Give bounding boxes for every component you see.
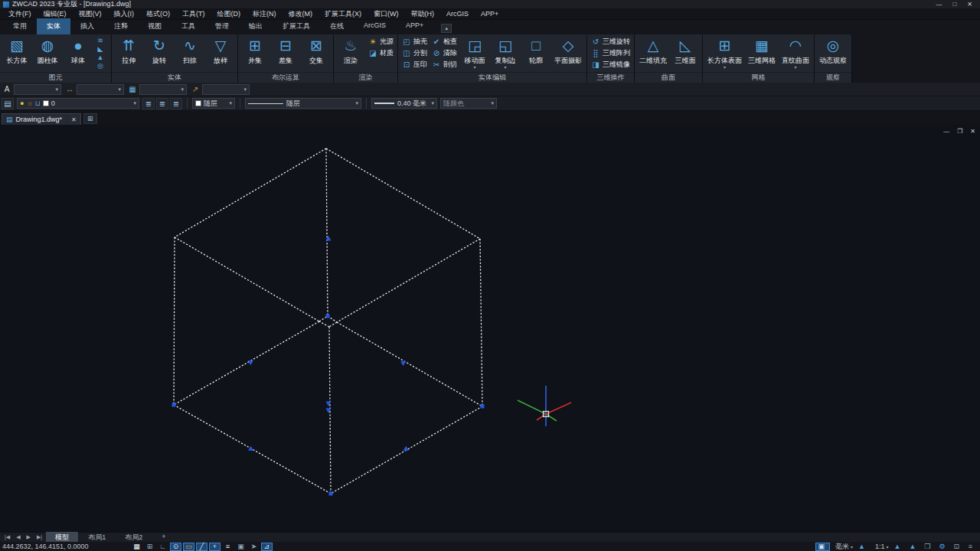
polar-toggle[interactable]: ⊙ [170, 543, 181, 551]
window-restore-button[interactable]: □ [952, 1, 956, 8]
imprint-button[interactable]: ⊡ 压印 [400, 59, 429, 70]
wireframe-cube-drawing[interactable] [0, 125, 980, 532]
tab-solid[interactable]: 实体 [37, 18, 70, 34]
layer-manager-button[interactable]: ▤ [2, 98, 14, 109]
linetype-combo[interactable]: 随层 ▾ [245, 98, 361, 109]
layout-nav-button[interactable]: ▶| [34, 534, 45, 540]
menu-item[interactable]: APP+ [475, 9, 504, 18]
tab-online[interactable]: 在线 [320, 18, 354, 34]
slice-button[interactable]: ✂ 剖切 [430, 59, 459, 70]
material-button[interactable]: ◪ 材质 [367, 47, 395, 59]
ortho-toggle[interactable]: ∟ [157, 543, 168, 551]
torus-button[interactable]: ◎ [94, 61, 109, 70]
tab-insert[interactable]: 插入 [70, 18, 104, 34]
subtract-button[interactable]: ⊟ 差集 [271, 35, 300, 72]
render-button[interactable]: ♨ 渲染 [336, 35, 365, 72]
annotation-scale-button[interactable]: ▲ [857, 543, 870, 551]
new-drawing-button[interactable]: ⊞ [83, 113, 97, 124]
style-combo[interactable]: ▾ [14, 84, 61, 95]
auto-annotation-toggle[interactable]: ▲ [907, 543, 920, 551]
lineweight-toggle[interactable]: ≡ [222, 543, 234, 551]
tab-view[interactable]: 视图 [138, 18, 172, 34]
drawing-canvas[interactable]: — ❐ ✕ [0, 125, 980, 532]
style-combo[interactable]: ▾ [139, 84, 187, 95]
layout-nav-button[interactable]: ◀ [13, 534, 23, 540]
window-close-button[interactable]: ✕ [967, 1, 972, 8]
mirror-3d-button[interactable]: ◨ 三维镜像 [590, 59, 632, 70]
loft-button[interactable]: ▽ 放样 [206, 35, 235, 72]
quick-properties-toggle[interactable]: ▣ [235, 543, 247, 551]
move-face-button[interactable]: ◲ 移动面 ▾ [460, 35, 489, 72]
flatshot-button[interactable]: ◇ 平面摄影 [552, 35, 584, 72]
orbit-button[interactable]: ◎ 动态观察 [817, 35, 849, 72]
doc-minimize-button[interactable]: — [943, 128, 949, 135]
layout-nav-button[interactable]: |◀ [2, 534, 13, 540]
dynamic-ucs-toggle[interactable]: ⊿ [261, 543, 273, 551]
settings-button[interactable]: ⚙ [937, 543, 949, 551]
menu-item[interactable]: ArcGIS [441, 9, 474, 18]
ribbon-collapse-button[interactable]: ▴ [441, 24, 452, 33]
document-tab[interactable]: ▤ Drawing1.dwg* ✕ [2, 113, 81, 125]
doc-restore-button[interactable]: ❐ [957, 128, 962, 135]
scale-selector[interactable]: 1:1 ▾ [872, 543, 890, 551]
window-minimize-button[interactable]: — [936, 1, 942, 8]
sphere-button[interactable]: ● 球体 [64, 35, 93, 72]
fullscreen-button[interactable]: ⊡ [952, 543, 964, 551]
layer-isolate-button[interactable]: ≣ [156, 98, 168, 109]
mesh-3d-button[interactable]: ▦ 三维网格 [746, 35, 778, 72]
plot-style-combo[interactable]: 随颜色 ▾ [440, 98, 497, 109]
solid-2d-button[interactable]: △ 二维填充 [637, 35, 669, 72]
annotation-visibility-toggle[interactable]: ▲ [892, 543, 905, 551]
selection-cycling-toggle[interactable]: ➤ [248, 543, 260, 551]
unit-selector[interactable]: 毫米 ▾ [832, 543, 854, 551]
helix-button[interactable]: ≋ [94, 36, 109, 44]
tab-output[interactable]: 输出 [239, 18, 273, 34]
layer-states-button[interactable]: ≣ [142, 98, 155, 109]
style-combo[interactable]: ▾ [202, 84, 250, 95]
sweep-button[interactable]: ∿ 扫掠 [175, 35, 204, 72]
cone-button[interactable]: ▲ [94, 53, 109, 61]
tab-app-plus[interactable]: APP+ [396, 18, 433, 34]
workspace-button[interactable]: ❒ [923, 543, 935, 551]
color-combo[interactable]: 随层 ▾ [192, 98, 235, 109]
tab-manage[interactable]: 管理 [205, 18, 239, 34]
cylinder-button[interactable]: ◍ 圆柱体 [33, 35, 62, 72]
wedge-button[interactable]: ◣ [94, 44, 109, 53]
grid-toggle[interactable]: ▦ [131, 543, 142, 551]
union-button[interactable]: ⊞ 并集 [240, 35, 270, 72]
snap-tracking-toggle[interactable]: ╱ [196, 543, 207, 551]
rotate-3d-button[interactable]: ↺ 三维旋转 [590, 36, 632, 47]
copy-edge-button[interactable]: ◱ 复制边 ▾ [491, 35, 520, 72]
layout-nav-button[interactable]: ▶ [24, 534, 34, 540]
menu-button[interactable]: ≡ [966, 543, 978, 551]
tab-tools[interactable]: 工具 [172, 18, 205, 34]
snap-toggle[interactable]: ⊞ [144, 543, 155, 551]
doc-close-button[interactable]: ✕ [970, 128, 975, 135]
face-3d-button[interactable]: ◺ 三维面 [671, 35, 700, 72]
layer-previous-button[interactable]: ≣ [170, 98, 182, 109]
tab-annotate[interactable]: 注释 [104, 18, 138, 34]
separate-button[interactable]: ◫ 分割 [400, 47, 429, 59]
object-snap-toggle[interactable]: ▭ [183, 543, 194, 551]
check-button[interactable]: ✔ 检查 [430, 36, 459, 47]
intersect-button[interactable]: ⊠ 交集 [302, 35, 331, 72]
tab-common[interactable]: 常用 [3, 18, 37, 34]
close-icon[interactable]: ✕ [71, 116, 77, 123]
style-combo[interactable]: ▾ [77, 84, 124, 95]
box-surface-button[interactable]: ⊞ 长方体表面 ▾ [705, 35, 744, 72]
tab-express[interactable]: 扩展工具 [273, 18, 320, 34]
light-button[interactable]: ☀ 光源 [367, 36, 395, 47]
extrude-button[interactable]: ⇈ 拉伸 [114, 35, 143, 72]
clean-button[interactable]: ⊘ 清除 [430, 47, 459, 59]
revolve-button[interactable]: ↻ 旋转 [145, 35, 174, 72]
layer-combo[interactable]: ● ☼ ⊔ 0 ▾ [17, 98, 139, 109]
tab-arcgis[interactable]: ArcGIS [354, 18, 396, 34]
shell-button[interactable]: ◰ 抽壳 [400, 36, 429, 47]
box-button[interactable]: ▧ 长方体 [2, 35, 31, 72]
array-3d-button[interactable]: ⣿ 三维阵列 [590, 47, 632, 59]
ruled-surface-button[interactable]: ◠ 直纹曲面 ▾ [779, 35, 812, 72]
lineweight-combo[interactable]: 0.40 毫米 ▾ [371, 98, 437, 109]
dynamic-input-toggle[interactable]: + [209, 543, 220, 551]
model-space-toggle[interactable]: ▣ [815, 543, 830, 551]
outline-button[interactable]: □ 轮廓 [521, 35, 550, 72]
